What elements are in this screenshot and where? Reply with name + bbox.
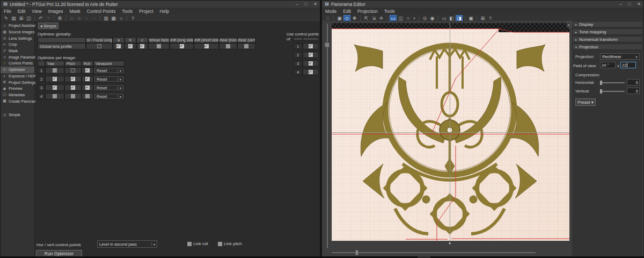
sidebar-item-image-parameters[interactable]: ≡Image Parameters [1,54,34,60]
yaw-4-checkbox[interactable] [53,94,57,98]
pitch-4-checkbox[interactable] [71,94,75,98]
sidebar-item-create-panorama[interactable]: ▦Create Panorama [1,98,34,104]
sidebar-item-exposure-hdr[interactable]: ◐Exposure / HDR [1,73,34,80]
fov-width-input[interactable]: 24 ° [600,62,616,68]
sidebar-item-control-points[interactable]: ∷Control Points [1,60,34,67]
sidebar-item-metadata[interactable]: ⓘMetadata [1,92,34,98]
edit-polygon-icon[interactable]: ◇ [343,15,350,22]
close-button[interactable]: ✕ [313,2,317,6]
simple-mode-button[interactable]: ◂ Simple [38,23,58,29]
rectilinear-projection-icon[interactable]: ▭ [390,15,397,22]
roll-4-checkbox[interactable] [85,94,90,98]
horizontal-yaw-slider-handle[interactable] [355,250,358,255]
sidebar-item-optimizer[interactable]: ↻Optimizer [1,67,34,73]
shift-long-checkbox[interactable] [180,44,184,48]
use-cp-3-checkbox[interactable] [309,61,313,66]
menu-mask[interactable]: Mask [67,9,84,14]
open-project-icon[interactable]: ▤ [10,15,17,22]
b-checkbox[interactable] [128,44,133,48]
vertical-compression-slider[interactable] [600,91,625,92]
pitch-1-checkbox[interactable] [71,68,75,73]
preview-eye-icon[interactable]: ◉ [429,15,436,22]
menu-view[interactable]: View [28,9,45,14]
menu-file[interactable]: File [1,9,14,14]
menu-help[interactable]: Help [157,9,172,14]
center-panorama-icon[interactable]: ✛ [378,15,385,22]
section-numerical-transform[interactable]: ▸Numerical transform [572,36,642,42]
shrink-view-icon[interactable]: ⇲ [370,15,377,22]
show-outlines-icon[interactable]: ▭ [441,15,448,22]
next-pair-icon[interactable]: » [91,15,98,22]
link-pitch-checkbox-row[interactable]: Link pitch [218,241,242,246]
use-cp-4-checkbox[interactable] [309,70,313,74]
viewpoint-4-dropdown[interactable]: Reset▾ [94,94,123,99]
magnifier-icon[interactable]: ⊙ [421,15,428,22]
tips-lamp-icon[interactable]: ☼ [118,15,125,22]
menu-edit[interactable]: Edit [340,9,354,14]
detail-window-icon[interactable]: ▣ [336,15,343,22]
hv-control-points-dropdown[interactable]: Level in second pass▾ [97,240,157,248]
section-tone-mapping[interactable]: ▸Tone mapping [572,28,642,35]
numeric-table-icon[interactable]: ▦ [110,15,117,22]
sidebar-item-project-assistant[interactable]: ⌂Project Assistant [1,23,34,29]
projection-select[interactable]: Rectilinear▾ [600,53,640,60]
zoom-out-icon[interactable]: ⊖ [68,15,75,22]
sidebar-item-simple[interactable]: ◷Simple [1,112,34,118]
cylindrical-projection-icon[interactable]: ◫ [397,15,404,22]
horizontal-yaw-slider-track[interactable] [332,252,536,253]
pitch-3-checkbox[interactable] [71,85,75,90]
menu-tools[interactable]: Tools [381,9,398,14]
menu-edit[interactable]: Edit [14,9,29,14]
show-seams-icon[interactable]: ◨ [456,15,463,22]
shear-vert-checkbox[interactable] [244,44,248,48]
sidebar-item-crop[interactable]: ✂Crop [1,41,34,48]
use-cp-1-checkbox[interactable] [309,44,313,48]
minimize-button[interactable]: – [619,2,621,6]
redo-icon[interactable]: ↷ [45,15,52,22]
maximize-button[interactable]: □ [628,2,631,6]
yaw-1-checkbox[interactable] [53,68,57,73]
fisheye-checkbox[interactable] [157,44,161,48]
menu-projection[interactable]: Projection [354,9,381,14]
title-bar[interactable]: Panorama Editor – □ ✕ [322,1,643,8]
fov-checkbox[interactable] [97,44,101,48]
sidebar-item-preview[interactable]: ◉Preview [1,85,34,92]
panorama-image[interactable] [332,23,569,242]
yaw-2-checkbox[interactable] [53,77,57,81]
move-drag-icon[interactable]: ✥ [351,15,358,22]
viewpoint-1-dropdown[interactable]: Reset▾ [94,68,123,73]
minimize-button[interactable]: – [296,2,298,6]
image-numbers-icon[interactable]: ▣ [467,15,474,22]
use-cp-2-checkbox[interactable] [309,53,313,57]
menu-mode[interactable]: Mode [322,9,340,14]
menu-project[interactable]: Project [136,9,156,14]
undo-icon[interactable]: ↶ [37,15,44,22]
horizontal-compression-slider[interactable] [600,82,625,83]
sidebar-item-source-images[interactable]: ▤Source Images [1,29,34,35]
roll-2-checkbox[interactable] [85,77,90,81]
a-checkbox[interactable] [116,44,121,48]
roll-1-checkbox[interactable] [85,68,90,73]
select-tool-icon[interactable]: ⊡ [324,15,331,22]
sidebar-item-lens-settings[interactable]: ◎Lens Settings [1,35,34,41]
settings-icon[interactable]: ⚙ [56,15,63,22]
title-bar[interactable]: Untitled * - PTGui Pro 11.20 licensed to… [1,1,320,8]
link-roll-checkbox-row[interactable]: Link roll [187,241,208,246]
menu-images[interactable]: Images [45,9,67,14]
help-icon[interactable]: ? [487,15,494,22]
sidebar-item-project-settings[interactable]: ⚙Project Settings [1,79,34,85]
shift-short-checkbox[interactable] [204,44,209,48]
fov-height-input[interactable]: 22 [620,62,636,68]
save-project-icon[interactable]: ◫ [25,15,32,22]
close-button[interactable]: ✕ [637,2,641,6]
fit-panorama-icon[interactable]: ⇱ [363,15,370,22]
zoom-in-icon[interactable]: ⊕ [76,15,83,22]
vertical-zoom-slider-handle[interactable] [325,42,330,47]
menu-tools[interactable]: Tools [119,9,136,14]
yaw-3-checkbox[interactable] [53,85,57,90]
viewpoint-3-dropdown[interactable]: Reset▾ [94,85,123,90]
spherical-projection-icon[interactable]: ○ [405,15,412,22]
c-checkbox[interactable] [140,44,144,48]
viewpoint-2-dropdown[interactable]: Reset▾ [94,76,123,82]
preset-button[interactable]: Preset ▾ [575,98,596,106]
